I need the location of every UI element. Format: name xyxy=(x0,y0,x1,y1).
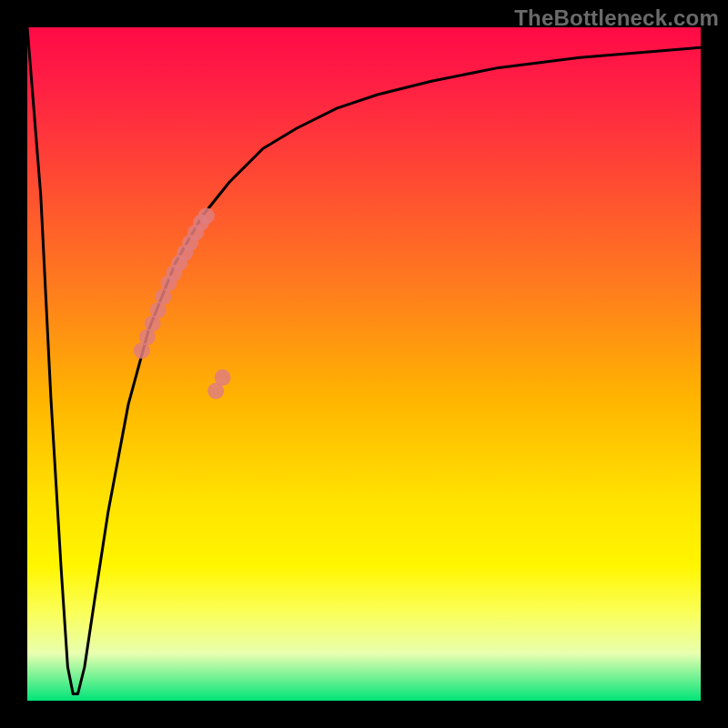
svg-point-12 xyxy=(198,207,215,224)
chart-container: TheBottleneck.com xyxy=(0,0,728,728)
curve-line xyxy=(27,27,701,694)
highlight-markers xyxy=(134,207,231,399)
chart-svg xyxy=(27,27,701,701)
svg-point-14 xyxy=(215,369,231,386)
plot-area xyxy=(27,27,701,701)
